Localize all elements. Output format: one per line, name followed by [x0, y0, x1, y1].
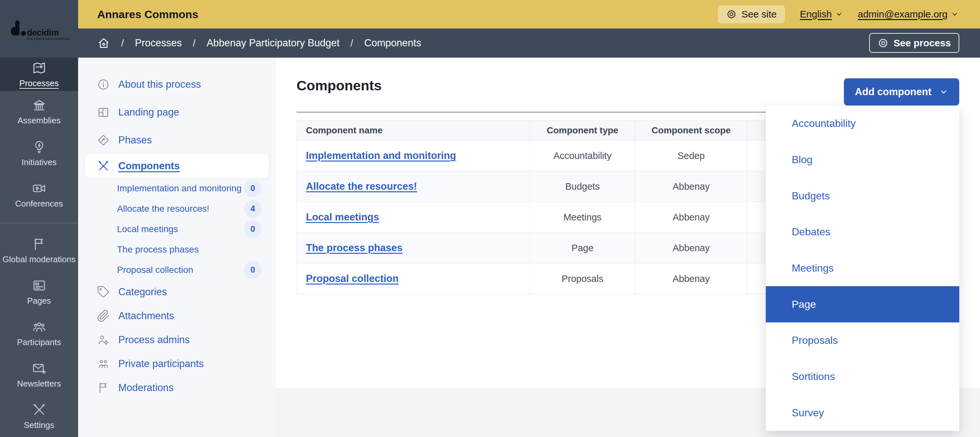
process-nav-item-private-participants[interactable]: Private participants — [78, 352, 276, 376]
people-icon — [32, 320, 47, 334]
see-process-button[interactable]: See process — [869, 33, 959, 53]
component-type-cell: Budgets — [530, 171, 635, 202]
tools-icon — [32, 402, 47, 417]
menu-item-survey[interactable]: Survey — [766, 394, 959, 431]
home-icon[interactable] — [97, 36, 110, 49]
component-scope-cell: Abbenay — [635, 233, 747, 263]
see-site-label: See site — [741, 9, 776, 20]
process-nav-item-label: Moderations — [118, 382, 174, 394]
sidebar-item-settings[interactable]: Settings — [0, 396, 78, 437]
process-nav-item-process-admins[interactable]: Process admins — [78, 328, 276, 352]
sidebar-item-assemblies[interactable]: Assemblies — [0, 91, 78, 132]
menu-item-sortitions[interactable]: Sortitions — [766, 359, 959, 395]
process-nav-item-components[interactable]: Components — [85, 154, 269, 178]
menu-item-proposals[interactable]: Proposals — [766, 322, 959, 359]
see-site-button[interactable]: See site — [718, 5, 785, 23]
add-component-button[interactable]: Add component — [844, 78, 959, 106]
main-sidebar: ProcessesAssembliesInitiativesConference… — [0, 58, 78, 437]
sidebar-item-label: Processes — [19, 78, 59, 89]
chevron-down-icon — [939, 87, 948, 97]
process-sidebar: About this processLanding pagePhasesComp… — [78, 58, 276, 437]
process-nav-item-label: Attachments — [118, 310, 174, 322]
sidebar-item-label: Global moderations — [3, 255, 75, 264]
column-header-component-type: Component type — [530, 120, 635, 141]
page-icon — [32, 278, 47, 293]
user-gear-icon — [97, 333, 110, 346]
menu-item-accountability[interactable]: Accountability — [766, 106, 959, 142]
process-nav-item-label: Process admins — [118, 334, 190, 346]
component-scope-cell: Abbenay — [635, 202, 747, 233]
paperclip-icon — [97, 309, 110, 322]
sidebar-item-label: Pages — [27, 296, 51, 306]
see-process-label: See process — [894, 38, 951, 49]
process-nav-item-attachments[interactable]: Attachments — [78, 304, 276, 328]
menu-item-debates[interactable]: Debates — [766, 214, 959, 250]
component-link-allocate-the-resources[interactable]: Allocate the resources! — [306, 180, 417, 192]
process-nav-subitem-label: Allocate the resources! — [117, 204, 209, 214]
process-nav-item-moderations[interactable]: Moderations — [78, 376, 276, 400]
language-selector[interactable]: English — [800, 9, 843, 20]
sidebar-item-label: Conferences — [15, 199, 63, 209]
process-nav-subitem-implementation-and-monitoring[interactable]: Implementation and monitoring0 — [78, 178, 276, 198]
flag-icon — [32, 237, 47, 252]
chevron-down-icon — [835, 10, 843, 18]
tag-icon — [97, 285, 110, 298]
component-link-implementation-and-monitoring[interactable]: Implementation and monitoring — [306, 150, 456, 161]
column-header-component-name: Component name — [297, 120, 530, 141]
eye-icon — [878, 38, 889, 49]
sidebar-item-label: Assemblies — [18, 116, 60, 126]
account-menu[interactable]: admin@example.org — [858, 9, 959, 20]
sidebar-item-label: Newsletters — [17, 379, 61, 389]
process-nav-subitem-local-meetings[interactable]: Local meetings0 — [78, 219, 276, 239]
sidebar-item-pages[interactable]: Pages — [0, 271, 78, 313]
chevron-down-icon — [951, 10, 959, 18]
sidebar-item-participants[interactable]: Participants — [0, 313, 78, 354]
sidebar-item-label: Initiatives — [21, 157, 56, 167]
process-nav-subitem-the-process-phases[interactable]: The process phases — [78, 239, 276, 260]
breadcrumb-process-name[interactable]: Abbenay Participatory Budget — [207, 37, 339, 49]
count-badge: 0 — [244, 261, 261, 279]
svg-text:free open-source democracy: free open-source democracy — [27, 37, 69, 40]
decidim-logo[interactable]: decidim free open-source democracy — [0, 0, 78, 58]
component-link-the-process-phases[interactable]: The process phases — [306, 242, 402, 253]
sidebar-item-newsletters[interactable]: Newsletters — [0, 354, 78, 396]
process-nav-subitem-allocate-the-resources[interactable]: Allocate the resources!4 — [78, 198, 276, 219]
breadcrumb-separator: / — [121, 38, 124, 49]
component-type-cell: Meetings — [530, 202, 635, 233]
menu-item-meetings[interactable]: Meetings — [766, 250, 959, 287]
process-nav-item-about-this-process[interactable]: About this process — [78, 71, 276, 98]
process-nav-subitem-proposal-collection[interactable]: Proposal collection0 — [78, 260, 276, 280]
breadcrumb: / Processes / Abbenay Participatory Budg… — [0, 28, 980, 58]
process-nav-subitem-label: Local meetings — [117, 224, 178, 234]
breadcrumb-separator: / — [351, 38, 353, 49]
process-nav-item-label: Categories — [118, 286, 167, 298]
sidebar-item-global-moderations[interactable]: Global moderations — [0, 230, 78, 271]
bank-icon — [32, 98, 47, 112]
language-label: English — [800, 9, 832, 20]
site-title: Annares Commons — [97, 8, 198, 21]
component-link-local-meetings[interactable]: Local meetings — [306, 211, 379, 223]
process-nav-item-landing-page[interactable]: Landing page — [78, 98, 276, 126]
breadcrumb-current-components: Components — [364, 37, 421, 49]
process-nav-subitem-label: Proposal collection — [117, 265, 193, 275]
component-type-cell: Accountability — [530, 141, 635, 171]
menu-item-page[interactable]: Page — [766, 286, 959, 322]
menu-item-budgets[interactable]: Budgets — [766, 178, 959, 214]
account-label: admin@example.org — [858, 9, 948, 20]
process-nav-subitem-label: The process phases — [117, 244, 199, 255]
sidebar-item-initiatives[interactable]: Initiatives — [0, 133, 78, 174]
process-nav-item-categories[interactable]: Categories — [78, 280, 276, 304]
sidebar-item-conferences[interactable]: Conferences — [0, 174, 78, 215]
topbar-actions: See site English admin@example.org — [718, 5, 980, 23]
sidebar-item-processes[interactable]: Processes — [0, 58, 78, 91]
process-nav-item-label: Phases — [118, 135, 152, 146]
layout-icon — [97, 106, 110, 119]
sidebar-item-label: Participants — [17, 337, 61, 347]
main-area: Components Component nameComponent typeC… — [276, 58, 980, 437]
add-component-menu: AccountabilityBlogBudgetsDebatesMeetings… — [766, 106, 959, 431]
menu-item-blog[interactable]: Blog — [766, 142, 959, 178]
component-link-proposal-collection[interactable]: Proposal collection — [306, 273, 399, 284]
process-nav-item-phases[interactable]: Phases — [78, 126, 276, 154]
breadcrumb-processes[interactable]: Processes — [135, 37, 182, 49]
map-icon — [32, 60, 47, 75]
